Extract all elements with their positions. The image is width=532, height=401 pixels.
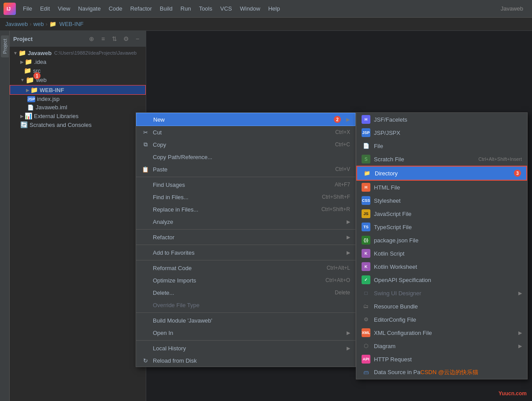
ctx-copy-path[interactable]: Copy Path/Reference...: [136, 151, 355, 163]
sub-kotlin-ws[interactable]: K Kotlin Worksheet: [356, 260, 527, 273]
menu-navigate[interactable]: Navigate: [74, 4, 104, 14]
sub-jsp[interactable]: JSP JSP/JSPX: [356, 126, 527, 139]
sub-kotlin-ws-label: Kotlin Worksheet: [374, 264, 522, 270]
ctx-analyze[interactable]: Analyze ▶: [136, 215, 355, 228]
refactor-icon: [141, 233, 149, 241]
new-icon: [142, 115, 150, 123]
xml-icon: XML: [362, 328, 370, 337]
tree-web[interactable]: ▼ 📁 1 web: [10, 75, 146, 85]
favorites-icon: [141, 249, 149, 256]
sub-http[interactable]: API HTTP Request: [356, 353, 527, 366]
sub-resource[interactable]: 🗂 Resource Bundle: [356, 300, 527, 313]
settings-icon[interactable]: ⚙: [121, 34, 131, 44]
sub-datasource[interactable]: 🗃 Data Source in PaCSDN @云边的快乐猫: [356, 366, 527, 379]
ctx-new[interactable]: New 2 ▶: [136, 113, 355, 126]
tree-idea[interactable]: ▶ 📁 .idea: [10, 57, 146, 66]
sub-editorconfig[interactable]: ⚙ EditorConfig File: [356, 313, 527, 326]
panel-header: Project ⊕ ≡ ⇅ ⚙ −: [10, 31, 146, 47]
sub-scratch[interactable]: S Scratch File Ctrl+Alt+Shift+Insert: [356, 152, 527, 166]
copy-icon: ⧉: [141, 141, 149, 149]
breadcrumb-javaweb[interactable]: Javaweb: [5, 21, 28, 27]
sub-css[interactable]: CSS Stylesheet: [356, 194, 527, 207]
separator-4: [136, 260, 355, 260]
app-title: Javaweb: [501, 5, 528, 12]
sub-openapi[interactable]: ✓ OpenAPI Specification: [356, 273, 527, 286]
sub-dir-label: Directory: [375, 170, 510, 177]
sub-jsf[interactable]: H JSF/Facelets: [356, 113, 527, 126]
sub-js[interactable]: JS JavaScript File: [356, 207, 527, 220]
sub-ts-label: TypeScript File: [374, 224, 522, 230]
iml-label: Javaweb.iml: [36, 104, 67, 111]
ctx-find-files-shortcut: Ctrl+Shift+F: [322, 194, 350, 200]
scissors-icon: ✂: [141, 128, 149, 136]
sub-pkg[interactable]: {}} package.json File: [356, 234, 527, 247]
ctx-history-label: Local History: [153, 345, 345, 352]
find-usages-icon: [141, 181, 149, 189]
iml-file-icon: 📄: [27, 104, 34, 111]
menu-edit[interactable]: Edit: [37, 4, 53, 14]
ctx-refactor[interactable]: Refactor ▶: [136, 231, 355, 243]
minimize-icon[interactable]: −: [133, 34, 142, 44]
breadcrumb-web[interactable]: web: [33, 21, 44, 27]
sub-diagram[interactable]: ⬡ Diagram ▶: [356, 339, 527, 353]
menu-vcs[interactable]: VCS: [217, 4, 236, 14]
tree-area: ▼ 📁 Javaweb C:\Users\19882\IdeaProjects\…: [10, 47, 146, 401]
sub-file[interactable]: 📄 File: [356, 139, 527, 152]
tree-javaweb[interactable]: ▼ 📁 Javaweb C:\Users\19882\IdeaProjects\…: [10, 48, 146, 57]
menu-view[interactable]: View: [54, 4, 74, 14]
ctx-optimize[interactable]: Optimize Imports Ctrl+Alt+O: [136, 274, 355, 286]
submenu: H JSF/Facelets JSP JSP/JSPX 📄 File S Scr…: [356, 112, 528, 379]
ctx-favorites[interactable]: Add to Favorites ▶: [136, 246, 355, 259]
sub-xml[interactable]: XML XML Configuration File ▶: [356, 326, 527, 339]
sub-editorconfig-label: EditorConfig File: [374, 316, 522, 323]
jsp-icon: JSP: [362, 128, 370, 137]
sub-html[interactable]: H HTML File: [356, 181, 527, 194]
menu-run[interactable]: Run: [177, 4, 195, 14]
locate-icon[interactable]: ⊕: [87, 34, 96, 44]
ctx-build[interactable]: Build Module 'Javaweb': [136, 314, 355, 327]
collapse-icon[interactable]: ≡: [98, 34, 108, 44]
tree-index-jsp[interactable]: JSP index.jsp: [10, 95, 146, 103]
menu-build[interactable]: Build: [156, 4, 176, 14]
sub-css-label: Stylesheet: [374, 197, 522, 204]
expand-icon[interactable]: ⇅: [110, 34, 119, 44]
tree-scratches[interactable]: 🔄 Scratches and Consoles: [10, 120, 146, 129]
menu-refactor[interactable]: Refactor: [127, 4, 155, 14]
badge-2: 2: [334, 116, 341, 123]
menu-file[interactable]: File: [19, 4, 36, 14]
sub-ts[interactable]: TS TypeScript File: [356, 220, 527, 234]
menu-help[interactable]: Help: [265, 4, 284, 14]
ctx-cut[interactable]: ✂ Cut Ctrl+X: [136, 126, 355, 138]
sub-xml-label: XML Configuration File: [374, 330, 517, 336]
separator-5: [136, 312, 355, 313]
menu-code[interactable]: Code: [105, 4, 126, 14]
folder-project-icon: 📁: [18, 49, 26, 56]
ctx-find-usages[interactable]: Find Usages Alt+F7: [136, 178, 355, 191]
ctx-replace[interactable]: Replace in Files... Ctrl+Shift+R: [136, 203, 355, 215]
ctx-copy[interactable]: ⧉ Copy Ctrl+C: [136, 138, 355, 151]
sub-kotlin-script[interactable]: K Kotlin Script: [356, 247, 527, 260]
sub-jsp-label: JSP/JSPX: [374, 130, 522, 136]
ctx-reload[interactable]: ↻ Reload from Disk: [136, 354, 355, 367]
sub-directory[interactable]: 📁 Directory 3: [356, 166, 527, 181]
ctx-open-in[interactable]: Open In ▶: [136, 327, 355, 339]
history-icon: [141, 344, 149, 352]
menu-window[interactable]: Window: [236, 4, 264, 14]
paste-icon: 📋: [141, 165, 149, 173]
menu-tools[interactable]: Tools: [196, 4, 216, 14]
ctx-reformat[interactable]: Reformat Code Ctrl+Alt+L: [136, 262, 355, 274]
editorconfig-icon: ⚙: [362, 315, 370, 324]
ctx-find-files[interactable]: Find in Files... Ctrl+Shift+F: [136, 191, 355, 203]
breadcrumb-webinf[interactable]: WEB-INF: [59, 21, 84, 27]
tree-javaweb-iml[interactable]: 📄 Javaweb.iml: [10, 103, 146, 111]
ctx-history[interactable]: Local History ▶: [136, 342, 355, 354]
ctx-paste[interactable]: 📋 Paste Ctrl+V: [136, 163, 355, 175]
tree-src[interactable]: 📁 src: [10, 66, 146, 75]
project-side-tab[interactable]: Project: [1, 35, 9, 57]
js-icon: JS: [362, 209, 370, 218]
ctx-reformat-label: Reformat Code: [153, 265, 323, 271]
tree-external-libs[interactable]: ▶ 📊 External Libraries: [10, 111, 146, 120]
ctx-delete[interactable]: Delete... Delete: [136, 286, 355, 299]
tree-webinf[interactable]: ▶ 📁 WEB-INF: [10, 85, 146, 95]
sub-resource-label: Resource Bundle: [374, 303, 522, 310]
